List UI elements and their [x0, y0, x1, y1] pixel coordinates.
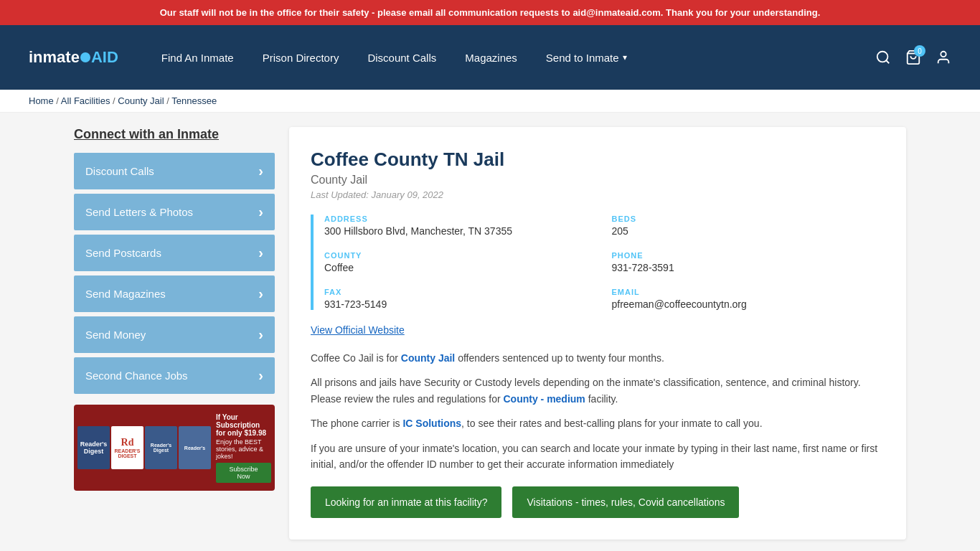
fax-label: FAX — [324, 288, 598, 296]
arrow-icon: › — [258, 204, 263, 220]
sidebar-discount-calls[interactable]: Discount Calls › — [74, 153, 275, 189]
breadcrumb-tennessee[interactable]: Tennessee — [171, 95, 217, 106]
phone-value: 931-728-3591 — [612, 262, 885, 273]
desc-2: All prisons and jails have Security or C… — [311, 375, 885, 407]
facility-last-updated: Last Updated: January 09, 2022 — [311, 189, 885, 200]
nav-right: 0 — [875, 50, 951, 65]
arrow-icon: › — [258, 286, 263, 302]
address-label: ADDRESS — [324, 215, 598, 223]
svg-point-3 — [941, 52, 946, 57]
county-item: COUNTY Coffee — [324, 251, 598, 273]
nav-find-inmate[interactable]: Find An Inmate — [147, 25, 248, 90]
beds-label: BEDS — [612, 215, 885, 223]
beds-value: 205 — [612, 225, 885, 237]
sidebar-send-magazines[interactable]: Send Magazines › — [74, 276, 275, 312]
county-label: COUNTY — [324, 251, 598, 260]
desc-4: If you are unsure of your inmate's locat… — [311, 441, 885, 473]
sidebar-send-postcards[interactable]: Send Postcards › — [74, 235, 275, 271]
dropdown-arrow-icon: ▾ — [623, 52, 627, 62]
alert-banner: Our staff will not be in the office for … — [0, 0, 980, 25]
ic-solutions-link[interactable]: IC Solutions — [402, 418, 461, 429]
email-value: pfreeman@coffeecountytn.org — [612, 298, 885, 310]
nav-prison-directory[interactable]: Prison Directory — [248, 25, 354, 90]
breadcrumb-all-facilities[interactable]: All Facilities — [61, 95, 110, 106]
main-nav: Find An Inmate Prison Directory Discount… — [147, 25, 875, 90]
sidebar-send-letters[interactable]: Send Letters & Photos › — [74, 194, 275, 230]
arrow-icon: › — [258, 163, 263, 179]
mag-cover-3: Reader's — [179, 426, 211, 469]
visitations-button[interactable]: Visitations - times, rules, Covid cancel… — [512, 486, 739, 518]
phone-label: PHONE — [612, 251, 885, 260]
facility-name: Coffee County TN Jail — [311, 149, 885, 171]
nav-discount-calls[interactable]: Discount Calls — [353, 25, 451, 90]
mag-cover-1: Reader's Digest — [77, 426, 110, 469]
facility-type: County Jail — [311, 174, 885, 187]
main-container: Connect with an Inmate Discount Calls › … — [60, 127, 920, 540]
alert-text: Our staff will not be in the office for … — [160, 7, 821, 18]
sidebar: Connect with an Inmate Discount Calls › … — [74, 127, 275, 491]
fax-value: 931-723-5149 — [324, 298, 598, 310]
desc-1: Coffee Co Jail is for County Jail offend… — [311, 350, 885, 366]
bottom-buttons: Looking for an inmate at this facility? … — [311, 486, 885, 518]
breadcrumb-home[interactable]: Home — [29, 95, 54, 106]
sidebar-ad: Reader's Digest Rd READER'SDIGEST Reader… — [74, 405, 275, 491]
facility-details-grid: ADDRESS 300 Hillsboro Blvd, Manchester, … — [311, 215, 885, 310]
address-value: 300 Hillsboro Blvd, Manchester, TN 37355 — [324, 225, 598, 237]
nav-magazines[interactable]: Magazines — [451, 25, 532, 90]
breadcrumb: Home / All Facilities / County Jail / Te… — [0, 90, 980, 113]
ad-text: If Your Subscription for only $19.98 Enj… — [212, 413, 271, 483]
arrow-icon: › — [258, 367, 263, 384]
logo[interactable]: inmate AID — [29, 48, 118, 67]
sidebar-title: Connect with an Inmate — [74, 127, 275, 142]
svg-line-1 — [886, 60, 889, 63]
sidebar-send-money[interactable]: Send Money › — [74, 316, 275, 353]
logo-aid-text: AID — [91, 48, 118, 67]
email-item: EMAIL pfreeman@coffeecountytn.org — [612, 288, 885, 310]
breadcrumb-county-jail[interactable]: County Jail — [118, 95, 164, 106]
search-icon[interactable] — [875, 50, 891, 65]
user-icon[interactable] — [936, 50, 951, 65]
email-label: EMAIL — [612, 288, 885, 296]
ad-magazine-covers: Reader's Digest Rd READER'SDIGEST Reader… — [74, 405, 275, 491]
county-jail-link[interactable]: County Jail — [401, 352, 455, 364]
header: inmate AID Find An Inmate Prison Directo… — [0, 25, 980, 90]
nav-send-to-inmate[interactable]: Send to Inmate ▾ — [532, 25, 641, 90]
facility-panel: Coffee County TN Jail County Jail Last U… — [289, 127, 906, 540]
county-medium-link[interactable]: County - medium — [503, 393, 585, 405]
logo-dot — [80, 52, 90, 62]
arrow-icon: › — [258, 326, 263, 343]
sidebar-second-chance-jobs[interactable]: Second Chance Jobs › — [74, 357, 275, 394]
find-inmate-button[interactable]: Looking for an inmate at this facility? — [311, 486, 501, 518]
official-website-link[interactable]: View Official Website — [311, 324, 885, 336]
beds-item: BEDS 205 — [612, 215, 885, 237]
cart-badge-count: 0 — [914, 45, 925, 57]
mag-cover-2: Reader's Digest — [145, 426, 177, 469]
subscribe-button[interactable]: Subscribe Now — [216, 463, 271, 483]
county-value: Coffee — [324, 262, 598, 273]
svg-point-0 — [877, 52, 888, 62]
address-item: ADDRESS 300 Hillsboro Blvd, Manchester, … — [324, 215, 598, 237]
logo-inmate-text: inmate — [29, 48, 80, 67]
arrow-icon: › — [258, 245, 263, 261]
desc-3: The phone carrier is IC Solutions, to se… — [311, 415, 885, 431]
phone-item: PHONE 931-728-3591 — [612, 251, 885, 273]
cart-icon[interactable]: 0 — [905, 50, 921, 65]
fax-item: FAX 931-723-5149 — [324, 288, 598, 310]
mag-cover-rd: Rd READER'SDIGEST — [111, 426, 143, 469]
